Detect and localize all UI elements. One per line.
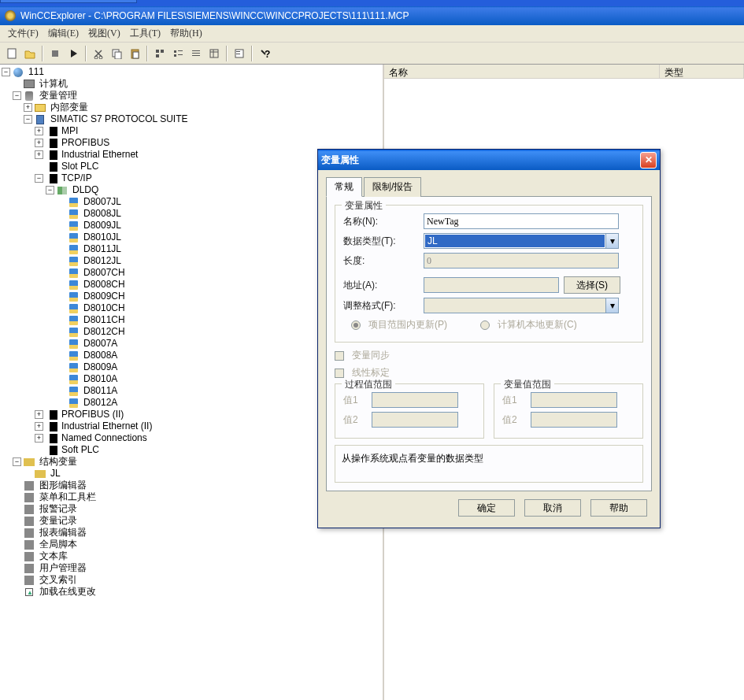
- tree-useradmin[interactable]: 用户管理器: [2, 562, 381, 574]
- report-icon: [24, 528, 34, 538]
- toolbar-separator: [42, 46, 43, 61]
- tree-s7[interactable]: −SIMATIC S7 PROTOCOL SUITE: [2, 113, 381, 125]
- tag-icon: [69, 257, 78, 266]
- svg-text:?: ?: [265, 49, 270, 59]
- connector-icon: [50, 162, 53, 172]
- label-name: 名称(N):: [343, 215, 419, 228]
- svg-rect-5: [115, 52, 121, 59]
- tree-tagmgmt[interactable]: −变量管理: [2, 90, 381, 102]
- help-button[interactable]: 帮助: [590, 499, 647, 517]
- alarm-icon: [24, 505, 34, 514]
- tag-icon: [69, 280, 78, 290]
- paste-button[interactable]: [126, 45, 143, 62]
- view-list-button[interactable]: [187, 45, 205, 62]
- cancel-button[interactable]: 取消: [524, 499, 581, 517]
- label-val2: 值2: [343, 413, 367, 427]
- label-format: 调整格式(F):: [343, 299, 419, 313]
- info-text: 从操作系统观点看变量的数据类型: [342, 453, 483, 464]
- dialog-title: 变量属性: [321, 154, 359, 167]
- toolbar-separator: [85, 46, 87, 61]
- computer-icon: [24, 80, 35, 88]
- menu-view[interactable]: 视图(V): [83, 24, 125, 43]
- group-title: 过程值范围: [342, 378, 395, 391]
- taskbar-item[interactable]: 📄 Windows XP Professional: [0, 0, 137, 3]
- tag-icon: [69, 233, 78, 243]
- tag-icon: [69, 198, 78, 207]
- checkbox-linear: [335, 369, 344, 378]
- dialog-buttons: 确定 取消 帮助: [326, 491, 652, 520]
- svg-rect-22: [236, 51, 240, 52]
- properties-button[interactable]: [231, 45, 248, 62]
- toolbar-separator: [251, 46, 253, 61]
- xref-icon: [24, 576, 34, 585]
- svg-rect-13: [178, 50, 183, 51]
- tag-icon: [69, 245, 78, 254]
- checkbox-sync: [335, 351, 344, 361]
- tab-general[interactable]: 常规: [326, 177, 362, 197]
- tree-loadonline[interactable]: 加载在线更改: [2, 586, 381, 598]
- connector-icon: [50, 434, 53, 443]
- tree-computer[interactable]: 计算机: [2, 78, 381, 90]
- taskbar-fragment: 📄 Windows XP Professional: [0, 0, 744, 6]
- svg-rect-8: [156, 50, 159, 53]
- label-address: 地址(A):: [343, 279, 419, 292]
- graphics-icon: [24, 481, 34, 491]
- menu-tools[interactable]: 工具(T): [125, 24, 165, 43]
- tree-root[interactable]: −111: [2, 66, 381, 78]
- view-small-button[interactable]: [169, 45, 187, 62]
- close-button[interactable]: ✕: [640, 152, 657, 169]
- help-button[interactable]: ?: [256, 45, 273, 62]
- svg-rect-17: [192, 55, 200, 56]
- tree-profibus[interactable]: +PROFIBUS: [2, 137, 381, 149]
- link-icon: [57, 187, 67, 194]
- svg-rect-0: [8, 49, 16, 58]
- view-large-button[interactable]: [151, 45, 168, 62]
- menu-help[interactable]: 帮助(H): [165, 24, 207, 43]
- tag-properties-dialog: 变量属性 ✕ 常规 限制/报告 变量属性 名称(N): 数据类型(T): JL …: [317, 149, 661, 528]
- label-length: 长度:: [343, 254, 419, 268]
- window-title: WinCCExplorer - C:\PROGRAM FILES\SIEMENS…: [20, 10, 409, 21]
- select-value: JL: [425, 235, 605, 247]
- info-box: 从操作系统观点看变量的数据类型: [335, 445, 643, 483]
- view-detail-button[interactable]: [205, 45, 223, 62]
- new-button[interactable]: [3, 45, 20, 62]
- toolbar-separator: [146, 46, 148, 61]
- menu-icon: [24, 493, 34, 502]
- select-address-button[interactable]: 选择(S): [564, 276, 620, 294]
- dialog-titlebar[interactable]: 变量属性 ✕: [318, 150, 660, 170]
- tree-xref[interactable]: 交叉索引: [2, 574, 381, 586]
- tree-mpi[interactable]: +MPI: [2, 125, 381, 137]
- group-process-range: 过程值范围 值1 值2: [335, 383, 484, 439]
- ok-button[interactable]: 确定: [458, 499, 515, 517]
- cut-button[interactable]: [90, 45, 107, 62]
- connector-icon: [50, 139, 53, 148]
- svg-rect-10: [156, 54, 159, 57]
- input-name[interactable]: [424, 213, 619, 229]
- tree-textlib[interactable]: 文本库: [2, 550, 381, 562]
- dropdown-icon[interactable]: ▾: [605, 234, 618, 248]
- copy-button[interactable]: [108, 45, 125, 62]
- tree-internal[interactable]: +内部变量: [2, 102, 381, 113]
- tree-report[interactable]: 报表编辑器: [2, 527, 381, 539]
- menu-file[interactable]: 文件(F): [3, 24, 43, 43]
- group-properties: 变量属性 名称(N): 数据类型(T): JL ▾ 长度:: [335, 205, 643, 343]
- col-name[interactable]: 名称: [384, 65, 660, 78]
- tab-limits[interactable]: 限制/报告: [364, 177, 421, 197]
- col-type[interactable]: 类型: [660, 65, 744, 78]
- select-format: ▾: [424, 298, 619, 313]
- textlib-icon: [24, 552, 34, 561]
- play-button[interactable]: [65, 45, 82, 62]
- taglog-icon: [24, 517, 34, 526]
- radio-local-label: 计算机本地更新(C): [498, 318, 577, 331]
- open-button[interactable]: [21, 45, 39, 62]
- radio-project-label: 项目范围内更新(P): [368, 318, 447, 331]
- user-icon: [24, 564, 34, 573]
- tree-script[interactable]: 全局脚本: [2, 539, 381, 550]
- tag-icon: [69, 351, 78, 361]
- radio-project: [351, 320, 361, 330]
- select-datatype[interactable]: JL ▾: [424, 233, 619, 249]
- app-icon: [5, 10, 16, 21]
- menu-edit[interactable]: 编辑(E): [43, 24, 83, 43]
- stop-button[interactable]: [46, 45, 64, 62]
- globe-icon: [13, 68, 23, 77]
